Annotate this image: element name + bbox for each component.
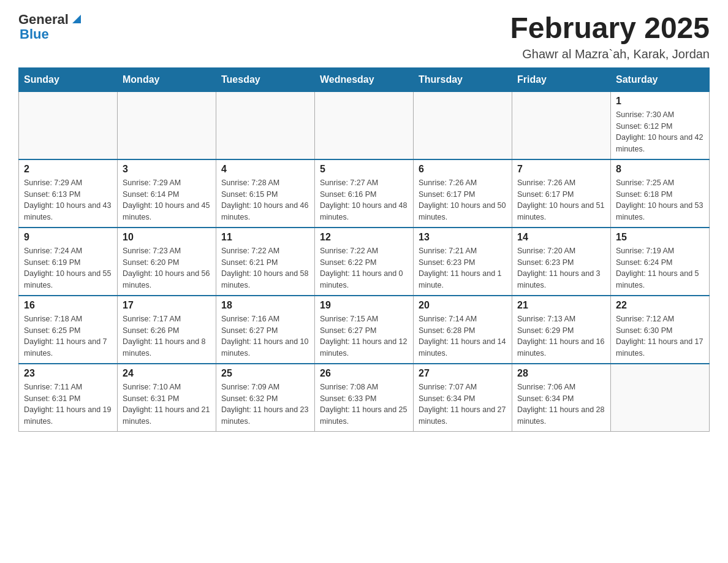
day-number: 19 (320, 300, 408, 311)
day-info: Sunrise: 7:12 AMSunset: 6:30 PMDaylight:… (616, 313, 704, 359)
day-number: 8 (616, 164, 704, 175)
day-number: 22 (616, 300, 704, 311)
column-header-wednesday: Wednesday (315, 67, 414, 91)
day-info: Sunrise: 7:10 AMSunset: 6:31 PMDaylight:… (123, 381, 211, 427)
day-info: Sunrise: 7:09 AMSunset: 6:32 PMDaylight:… (221, 381, 309, 427)
day-number: 16 (24, 300, 112, 311)
logo-general-text: General (18, 12, 69, 27)
day-number: 2 (24, 164, 112, 175)
calendar-week-row: 1Sunrise: 7:30 AMSunset: 6:12 PMDaylight… (19, 91, 710, 159)
calendar-day-cell (118, 91, 216, 159)
day-info: Sunrise: 7:22 AMSunset: 6:22 PMDaylight:… (320, 245, 408, 291)
day-info: Sunrise: 7:26 AMSunset: 6:17 PMDaylight:… (419, 177, 507, 223)
day-number: 5 (320, 164, 408, 175)
day-info: Sunrise: 7:23 AMSunset: 6:20 PMDaylight:… (123, 245, 211, 291)
day-info: Sunrise: 7:21 AMSunset: 6:23 PMDaylight:… (419, 245, 507, 291)
calendar-header-row: SundayMondayTuesdayWednesdayThursdayFrid… (19, 67, 710, 91)
day-number: 28 (517, 368, 605, 379)
title-block: February 2025 Ghawr al Mazra`ah, Karak, … (510, 12, 710, 61)
day-number: 25 (221, 368, 309, 379)
calendar-day-cell: 18Sunrise: 7:16 AMSunset: 6:27 PMDayligh… (216, 296, 315, 364)
calendar-day-cell: 17Sunrise: 7:17 AMSunset: 6:26 PMDayligh… (118, 296, 216, 364)
column-header-thursday: Thursday (414, 67, 512, 91)
calendar-day-cell: 23Sunrise: 7:11 AMSunset: 6:31 PMDayligh… (19, 364, 118, 432)
calendar-day-cell: 11Sunrise: 7:22 AMSunset: 6:21 PMDayligh… (216, 228, 315, 296)
day-number: 3 (123, 164, 211, 175)
day-number: 24 (123, 368, 211, 379)
day-number: 18 (221, 300, 309, 311)
day-number: 14 (517, 232, 605, 243)
calendar-week-row: 16Sunrise: 7:18 AMSunset: 6:25 PMDayligh… (19, 296, 710, 364)
column-header-sunday: Sunday (19, 67, 118, 91)
day-info: Sunrise: 7:06 AMSunset: 6:34 PMDaylight:… (517, 381, 605, 427)
day-info: Sunrise: 7:14 AMSunset: 6:28 PMDaylight:… (419, 313, 507, 359)
day-number: 26 (320, 368, 408, 379)
day-info: Sunrise: 7:17 AMSunset: 6:26 PMDaylight:… (123, 313, 211, 359)
svg-marker-0 (72, 15, 81, 23)
day-info: Sunrise: 7:18 AMSunset: 6:25 PMDaylight:… (24, 313, 112, 359)
day-info: Sunrise: 7:11 AMSunset: 6:31 PMDaylight:… (24, 381, 112, 427)
column-header-tuesday: Tuesday (216, 67, 315, 91)
day-number: 6 (419, 164, 507, 175)
calendar-day-cell: 8Sunrise: 7:25 AMSunset: 6:18 PMDaylight… (611, 159, 710, 228)
day-info: Sunrise: 7:28 AMSunset: 6:15 PMDaylight:… (221, 177, 309, 223)
calendar-day-cell: 7Sunrise: 7:26 AMSunset: 6:17 PMDaylight… (512, 159, 611, 228)
day-number: 15 (616, 232, 704, 243)
day-number: 21 (517, 300, 605, 311)
calendar-day-cell: 26Sunrise: 7:08 AMSunset: 6:33 PMDayligh… (315, 364, 414, 432)
logo-blue-text: Blue (20, 27, 83, 42)
calendar-day-cell (216, 91, 315, 159)
day-info: Sunrise: 7:26 AMSunset: 6:17 PMDaylight:… (517, 177, 605, 223)
calendar-day-cell: 14Sunrise: 7:20 AMSunset: 6:23 PMDayligh… (512, 228, 611, 296)
calendar-week-row: 9Sunrise: 7:24 AMSunset: 6:19 PMDaylight… (19, 228, 710, 296)
calendar-day-cell: 15Sunrise: 7:19 AMSunset: 6:24 PMDayligh… (611, 228, 710, 296)
day-number: 1 (616, 96, 704, 107)
calendar-day-cell: 22Sunrise: 7:12 AMSunset: 6:30 PMDayligh… (611, 296, 710, 364)
day-info: Sunrise: 7:15 AMSunset: 6:27 PMDaylight:… (320, 313, 408, 359)
day-number: 17 (123, 300, 211, 311)
day-number: 10 (123, 232, 211, 243)
calendar-day-cell: 6Sunrise: 7:26 AMSunset: 6:17 PMDaylight… (414, 159, 512, 228)
day-number: 7 (517, 164, 605, 175)
calendar-day-cell: 19Sunrise: 7:15 AMSunset: 6:27 PMDayligh… (315, 296, 414, 364)
calendar-day-cell: 3Sunrise: 7:29 AMSunset: 6:14 PMDaylight… (118, 159, 216, 228)
calendar-day-cell: 9Sunrise: 7:24 AMSunset: 6:19 PMDaylight… (19, 228, 118, 296)
column-header-saturday: Saturday (611, 67, 710, 91)
day-info: Sunrise: 7:13 AMSunset: 6:29 PMDaylight:… (517, 313, 605, 359)
calendar-day-cell: 28Sunrise: 7:06 AMSunset: 6:34 PMDayligh… (512, 364, 611, 432)
day-number: 12 (320, 232, 408, 243)
logo: General Blue (18, 12, 83, 42)
calendar-day-cell: 16Sunrise: 7:18 AMSunset: 6:25 PMDayligh… (19, 296, 118, 364)
day-info: Sunrise: 7:29 AMSunset: 6:13 PMDaylight:… (24, 177, 112, 223)
day-number: 9 (24, 232, 112, 243)
calendar-day-cell: 27Sunrise: 7:07 AMSunset: 6:34 PMDayligh… (414, 364, 512, 432)
column-header-monday: Monday (118, 67, 216, 91)
calendar-day-cell: 1Sunrise: 7:30 AMSunset: 6:12 PMDaylight… (611, 91, 710, 159)
calendar-day-cell: 24Sunrise: 7:10 AMSunset: 6:31 PMDayligh… (118, 364, 216, 432)
day-info: Sunrise: 7:22 AMSunset: 6:21 PMDaylight:… (221, 245, 309, 291)
calendar-day-cell: 5Sunrise: 7:27 AMSunset: 6:16 PMDaylight… (315, 159, 414, 228)
calendar-day-cell (611, 364, 710, 432)
day-info: Sunrise: 7:20 AMSunset: 6:23 PMDaylight:… (517, 245, 605, 291)
page-header: General Blue February 2025 Ghawr al Mazr… (18, 12, 710, 61)
day-info: Sunrise: 7:27 AMSunset: 6:16 PMDaylight:… (320, 177, 408, 223)
day-info: Sunrise: 7:16 AMSunset: 6:27 PMDaylight:… (221, 313, 309, 359)
calendar-title: February 2025 (510, 12, 710, 45)
calendar-week-row: 23Sunrise: 7:11 AMSunset: 6:31 PMDayligh… (19, 364, 710, 432)
calendar-table: SundayMondayTuesdayWednesdayThursdayFrid… (18, 67, 710, 432)
calendar-day-cell: 21Sunrise: 7:13 AMSunset: 6:29 PMDayligh… (512, 296, 611, 364)
day-number: 11 (221, 232, 309, 243)
calendar-day-cell: 10Sunrise: 7:23 AMSunset: 6:20 PMDayligh… (118, 228, 216, 296)
day-info: Sunrise: 7:08 AMSunset: 6:33 PMDaylight:… (320, 381, 408, 427)
day-info: Sunrise: 7:07 AMSunset: 6:34 PMDaylight:… (419, 381, 507, 427)
calendar-subtitle: Ghawr al Mazra`ah, Karak, Jordan (510, 47, 710, 61)
calendar-day-cell (315, 91, 414, 159)
day-number: 23 (24, 368, 112, 379)
day-info: Sunrise: 7:30 AMSunset: 6:12 PMDaylight:… (616, 109, 704, 155)
day-info: Sunrise: 7:24 AMSunset: 6:19 PMDaylight:… (24, 245, 112, 291)
day-info: Sunrise: 7:19 AMSunset: 6:24 PMDaylight:… (616, 245, 704, 291)
day-number: 13 (419, 232, 507, 243)
calendar-day-cell: 12Sunrise: 7:22 AMSunset: 6:22 PMDayligh… (315, 228, 414, 296)
calendar-day-cell (512, 91, 611, 159)
day-info: Sunrise: 7:25 AMSunset: 6:18 PMDaylight:… (616, 177, 704, 223)
